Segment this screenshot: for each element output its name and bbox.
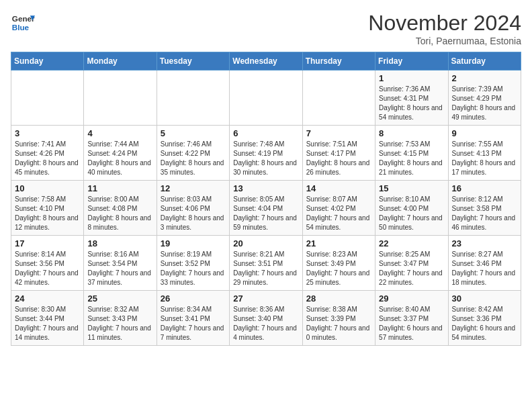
calendar-week-row: 3Sunrise: 7:41 AM Sunset: 4:26 PM Daylig… <box>11 126 521 181</box>
calendar-empty <box>84 71 157 126</box>
calendar-day: 6Sunrise: 7:48 AM Sunset: 4:19 PM Daylig… <box>230 126 302 181</box>
day-number: 16 <box>452 183 517 193</box>
day-number: 7 <box>306 128 371 138</box>
calendar-day: 3Sunrise: 7:41 AM Sunset: 4:26 PM Daylig… <box>11 126 84 181</box>
calendar-day: 25Sunrise: 8:32 AM Sunset: 3:43 PM Dayli… <box>84 291 157 346</box>
calendar-week-row: 17Sunrise: 8:14 AM Sunset: 3:56 PM Dayli… <box>11 236 521 291</box>
day-info: Sunrise: 7:51 AM Sunset: 4:17 PM Dayligh… <box>306 140 371 177</box>
calendar-empty <box>11 71 84 126</box>
day-info: Sunrise: 7:53 AM Sunset: 4:15 PM Dayligh… <box>379 140 444 177</box>
calendar-day: 30Sunrise: 8:42 AM Sunset: 3:36 PM Dayli… <box>448 291 521 346</box>
weekday-header: Tuesday <box>157 52 229 71</box>
calendar-day: 2Sunrise: 7:39 AM Sunset: 4:29 PM Daylig… <box>448 71 521 126</box>
day-number: 9 <box>452 128 517 138</box>
calendar-header-row: SundayMondayTuesdayWednesdayThursdayFrid… <box>11 52 521 71</box>
calendar-day: 12Sunrise: 8:03 AM Sunset: 4:06 PM Dayli… <box>157 181 229 236</box>
svg-text:Blue: Blue <box>12 23 30 32</box>
weekday-header: Friday <box>375 52 448 71</box>
day-info: Sunrise: 8:36 AM Sunset: 3:40 PM Dayligh… <box>233 305 298 342</box>
day-info: Sunrise: 8:00 AM Sunset: 4:08 PM Dayligh… <box>87 195 152 232</box>
day-number: 28 <box>306 293 371 304</box>
calendar-day: 26Sunrise: 8:34 AM Sunset: 3:41 PM Dayli… <box>157 291 229 346</box>
day-info: Sunrise: 7:55 AM Sunset: 4:13 PM Dayligh… <box>452 140 517 177</box>
day-info: Sunrise: 7:46 AM Sunset: 4:22 PM Dayligh… <box>161 140 226 177</box>
weekday-header: Sunday <box>11 52 84 71</box>
day-number: 5 <box>161 128 226 138</box>
day-number: 29 <box>379 293 444 304</box>
calendar-empty <box>302 71 375 126</box>
location: Tori, Paernumaa, Estonia <box>368 36 521 46</box>
calendar-week-row: 24Sunrise: 8:30 AM Sunset: 3:44 PM Dayli… <box>11 291 521 346</box>
day-number: 26 <box>161 293 226 304</box>
weekday-header: Thursday <box>302 52 375 71</box>
month-title: November 2024 <box>368 11 521 36</box>
calendar-day: 19Sunrise: 8:19 AM Sunset: 3:52 PM Dayli… <box>157 236 229 291</box>
day-number: 2 <box>452 73 517 83</box>
day-info: Sunrise: 8:03 AM Sunset: 4:06 PM Dayligh… <box>161 195 226 232</box>
calendar-week-row: 10Sunrise: 7:58 AM Sunset: 4:10 PM Dayli… <box>11 181 521 236</box>
day-info: Sunrise: 8:07 AM Sunset: 4:02 PM Dayligh… <box>306 195 371 232</box>
day-info: Sunrise: 8:30 AM Sunset: 3:44 PM Dayligh… <box>15 305 80 342</box>
calendar-day: 23Sunrise: 8:27 AM Sunset: 3:46 PM Dayli… <box>448 236 521 291</box>
weekday-header: Saturday <box>448 52 521 71</box>
day-number: 10 <box>15 183 80 193</box>
logo: General Blue <box>11 11 35 35</box>
day-number: 23 <box>452 238 517 248</box>
day-info: Sunrise: 8:25 AM Sunset: 3:47 PM Dayligh… <box>379 250 444 287</box>
calendar-empty <box>230 71 302 126</box>
day-info: Sunrise: 8:21 AM Sunset: 3:51 PM Dayligh… <box>233 250 298 287</box>
calendar-day: 27Sunrise: 8:36 AM Sunset: 3:40 PM Dayli… <box>230 291 302 346</box>
day-number: 21 <box>306 238 371 248</box>
calendar-day: 9Sunrise: 7:55 AM Sunset: 4:13 PM Daylig… <box>448 126 521 181</box>
day-info: Sunrise: 7:58 AM Sunset: 4:10 PM Dayligh… <box>15 195 80 232</box>
day-number: 25 <box>87 293 152 304</box>
calendar-day: 1Sunrise: 7:36 AM Sunset: 4:31 PM Daylig… <box>375 71 448 126</box>
day-number: 19 <box>161 238 226 248</box>
day-info: Sunrise: 8:34 AM Sunset: 3:41 PM Dayligh… <box>161 305 226 342</box>
calendar-day: 15Sunrise: 8:10 AM Sunset: 4:00 PM Dayli… <box>375 181 448 236</box>
day-number: 3 <box>15 128 80 138</box>
calendar-day: 14Sunrise: 8:07 AM Sunset: 4:02 PM Dayli… <box>302 181 375 236</box>
day-info: Sunrise: 8:16 AM Sunset: 3:54 PM Dayligh… <box>87 250 152 287</box>
day-info: Sunrise: 8:42 AM Sunset: 3:36 PM Dayligh… <box>452 305 517 342</box>
calendar-day: 28Sunrise: 8:38 AM Sunset: 3:39 PM Dayli… <box>302 291 375 346</box>
calendar-day: 20Sunrise: 8:21 AM Sunset: 3:51 PM Dayli… <box>230 236 302 291</box>
svg-text:General: General <box>12 14 35 23</box>
day-info: Sunrise: 7:36 AM Sunset: 4:31 PM Dayligh… <box>379 85 444 122</box>
calendar-day: 7Sunrise: 7:51 AM Sunset: 4:17 PM Daylig… <box>302 126 375 181</box>
day-number: 20 <box>233 238 298 248</box>
calendar-day: 18Sunrise: 8:16 AM Sunset: 3:54 PM Dayli… <box>84 236 157 291</box>
calendar-day: 5Sunrise: 7:46 AM Sunset: 4:22 PM Daylig… <box>157 126 229 181</box>
day-number: 1 <box>379 73 444 83</box>
day-info: Sunrise: 7:44 AM Sunset: 4:24 PM Dayligh… <box>87 140 152 177</box>
day-number: 22 <box>379 238 444 248</box>
day-info: Sunrise: 7:41 AM Sunset: 4:26 PM Dayligh… <box>15 140 80 177</box>
weekday-header: Monday <box>84 52 157 71</box>
calendar-day: 16Sunrise: 8:12 AM Sunset: 3:58 PM Dayli… <box>448 181 521 236</box>
calendar-day: 4Sunrise: 7:44 AM Sunset: 4:24 PM Daylig… <box>84 126 157 181</box>
day-info: Sunrise: 8:38 AM Sunset: 3:39 PM Dayligh… <box>306 305 371 342</box>
day-number: 30 <box>452 293 517 304</box>
calendar-table: SundayMondayTuesdayWednesdayThursdayFrid… <box>11 52 521 346</box>
day-number: 27 <box>233 293 298 304</box>
calendar-day: 22Sunrise: 8:25 AM Sunset: 3:47 PM Dayli… <box>375 236 448 291</box>
day-info: Sunrise: 8:19 AM Sunset: 3:52 PM Dayligh… <box>161 250 226 287</box>
day-info: Sunrise: 8:32 AM Sunset: 3:43 PM Dayligh… <box>87 305 152 342</box>
day-info: Sunrise: 8:27 AM Sunset: 3:46 PM Dayligh… <box>452 250 517 287</box>
day-info: Sunrise: 8:23 AM Sunset: 3:49 PM Dayligh… <box>306 250 371 287</box>
calendar-day: 13Sunrise: 8:05 AM Sunset: 4:04 PM Dayli… <box>230 181 302 236</box>
calendar-week-row: 1Sunrise: 7:36 AM Sunset: 4:31 PM Daylig… <box>11 71 521 126</box>
calendar-day: 11Sunrise: 8:00 AM Sunset: 4:08 PM Dayli… <box>84 181 157 236</box>
day-number: 4 <box>87 128 152 138</box>
logo-icon: General Blue <box>11 11 35 35</box>
calendar-empty <box>157 71 229 126</box>
title-block: November 2024 Tori, Paernumaa, Estonia <box>368 11 521 46</box>
day-number: 13 <box>233 183 298 193</box>
calendar-day: 29Sunrise: 8:40 AM Sunset: 3:37 PM Dayli… <box>375 291 448 346</box>
day-info: Sunrise: 8:14 AM Sunset: 3:56 PM Dayligh… <box>15 250 80 287</box>
day-number: 11 <box>87 183 152 193</box>
calendar-day: 24Sunrise: 8:30 AM Sunset: 3:44 PM Dayli… <box>11 291 84 346</box>
calendar-day: 21Sunrise: 8:23 AM Sunset: 3:49 PM Dayli… <box>302 236 375 291</box>
day-number: 8 <box>379 128 444 138</box>
day-number: 18 <box>87 238 152 248</box>
